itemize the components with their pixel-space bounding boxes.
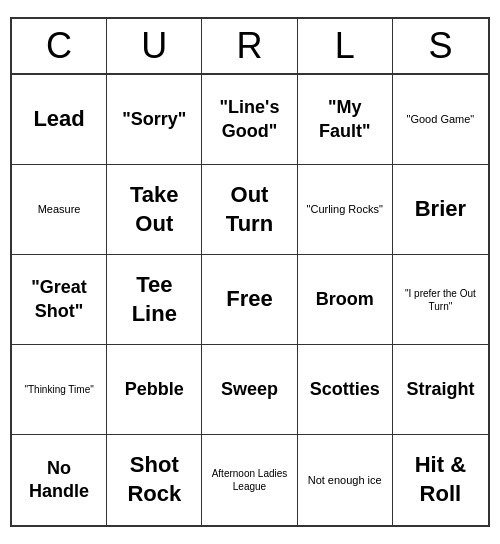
bingo-cell-21: Shot Rock bbox=[107, 435, 202, 525]
bingo-cell-13: Broom bbox=[298, 255, 393, 345]
header-cell-r: R bbox=[202, 19, 297, 73]
bingo-cell-18: Scotties bbox=[298, 345, 393, 435]
bingo-cell-15: "Thinking Time" bbox=[12, 345, 107, 435]
bingo-card: CURLS Lead"Sorry""Line's Good""My Fault"… bbox=[10, 17, 490, 527]
bingo-cell-24: Hit & Roll bbox=[393, 435, 488, 525]
bingo-cell-20: No Handle bbox=[12, 435, 107, 525]
bingo-cell-10: "Great Shot" bbox=[12, 255, 107, 345]
bingo-cell-1: "Sorry" bbox=[107, 75, 202, 165]
header-cell-u: U bbox=[107, 19, 202, 73]
bingo-cell-3: "My Fault" bbox=[298, 75, 393, 165]
bingo-cell-6: Take Out bbox=[107, 165, 202, 255]
bingo-cell-14: "I prefer the Out Turn" bbox=[393, 255, 488, 345]
bingo-cell-11: Tee Line bbox=[107, 255, 202, 345]
header-cell-l: L bbox=[298, 19, 393, 73]
bingo-cell-19: Straight bbox=[393, 345, 488, 435]
bingo-cell-23: Not enough ice bbox=[298, 435, 393, 525]
bingo-cell-5: Measure bbox=[12, 165, 107, 255]
bingo-cell-22: Afternoon Ladies League bbox=[202, 435, 297, 525]
bingo-cell-16: Pebble bbox=[107, 345, 202, 435]
bingo-cell-0: Lead bbox=[12, 75, 107, 165]
header-cell-c: C bbox=[12, 19, 107, 73]
bingo-cell-17: Sweep bbox=[202, 345, 297, 435]
bingo-cell-2: "Line's Good" bbox=[202, 75, 297, 165]
bingo-cell-8: "Curling Rocks" bbox=[298, 165, 393, 255]
header-cell-s: S bbox=[393, 19, 488, 73]
bingo-cell-4: "Good Game" bbox=[393, 75, 488, 165]
bingo-cell-9: Brier bbox=[393, 165, 488, 255]
bingo-cell-12: Free bbox=[202, 255, 297, 345]
bingo-cell-7: Out Turn bbox=[202, 165, 297, 255]
header-row: CURLS bbox=[12, 19, 488, 75]
grid: Lead"Sorry""Line's Good""My Fault""Good … bbox=[12, 75, 488, 525]
